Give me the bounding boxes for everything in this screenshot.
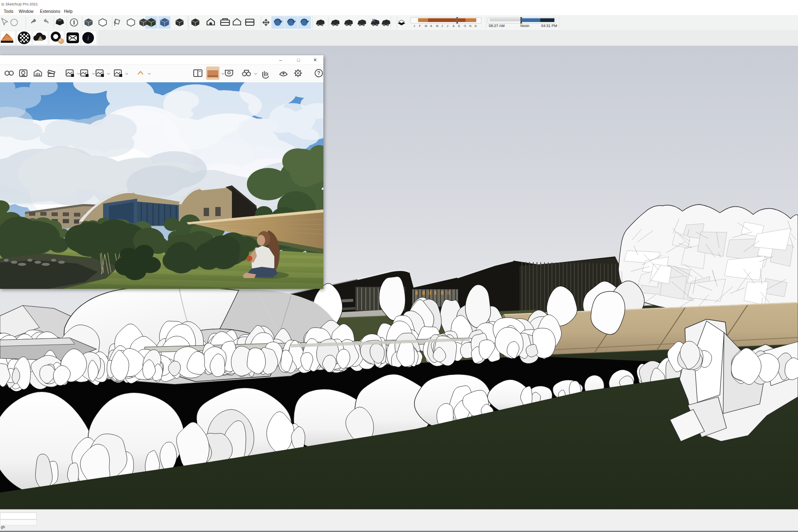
svg-text:A: A xyxy=(453,25,455,27)
svg-text:J: J xyxy=(441,25,443,27)
svg-text:N: N xyxy=(469,25,471,27)
svg-text:F: F xyxy=(419,25,421,27)
svg-text:J: J xyxy=(414,25,415,27)
svg-text:D: D xyxy=(475,25,477,27)
svg-text:?: ? xyxy=(317,70,320,76)
svg-text:M: M xyxy=(436,25,438,27)
svg-text:M: M xyxy=(425,25,427,27)
svg-text:J: J xyxy=(447,25,448,27)
svg-text:08:27 AM: 08:27 AM xyxy=(489,24,505,28)
svg-text:S: S xyxy=(458,25,460,27)
svg-text:A: A xyxy=(430,25,432,27)
svg-text:O: O xyxy=(464,25,466,27)
svg-text:04:31 PM: 04:31 PM xyxy=(541,24,557,28)
svg-text:i: i xyxy=(87,34,89,42)
svg-text:Noon: Noon xyxy=(520,24,530,28)
